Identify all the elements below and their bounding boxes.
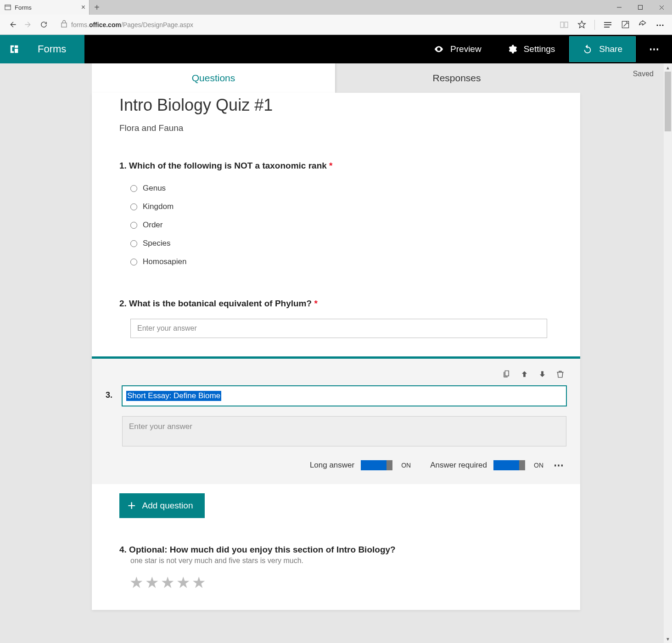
- browser-chrome: Forms × + forms.office.com/Pages/DesignP…: [0, 0, 672, 35]
- radio-icon: [130, 240, 137, 247]
- saved-status: Saved: [633, 70, 654, 78]
- address-bar: forms.office.com/Pages/DesignPage.aspx ⋯: [0, 15, 672, 35]
- settings-button[interactable]: Settings: [494, 35, 568, 63]
- star-icon[interactable]: ★: [176, 573, 190, 592]
- share-cycle-icon: [582, 44, 593, 54]
- forward-button[interactable]: [20, 17, 36, 33]
- radio-icon: [130, 185, 137, 192]
- reading-view-icon[interactable]: [557, 17, 571, 32]
- page-body: Saved Questions Responses Intro Biology …: [0, 63, 672, 643]
- question-4-subtitle: one star is not very much and five stars…: [130, 557, 553, 565]
- question-more-button[interactable]: ⋯: [554, 459, 565, 471]
- q1-option[interactable]: Genus: [119, 179, 553, 197]
- long-answer-toggle[interactable]: [361, 460, 386, 470]
- question-2-title: 2. What is the botanical equivalent of P…: [119, 299, 553, 309]
- gear-icon: [507, 44, 517, 54]
- svg-rect-3: [638, 6, 643, 10]
- tab-close-icon[interactable]: ×: [81, 3, 85, 11]
- new-tab-button[interactable]: +: [90, 0, 104, 15]
- url-text[interactable]: forms.office.com/Pages/DesignPage.aspx: [71, 21, 193, 28]
- preview-button[interactable]: Preview: [421, 35, 494, 63]
- form-description[interactable]: Flora and Fauna: [119, 123, 553, 133]
- q2-answer-input[interactable]: Enter your answer: [130, 319, 547, 338]
- app-launcher-icon[interactable]: [0, 35, 28, 63]
- q1-option[interactable]: Homosapien: [119, 253, 553, 271]
- rating-stars: ★ ★ ★ ★ ★: [129, 573, 553, 592]
- add-question-button[interactable]: + Add question: [119, 493, 205, 518]
- share-button[interactable]: Share: [569, 36, 636, 62]
- question-1[interactable]: 1. Which of the following is NOT a taxon…: [119, 161, 553, 271]
- form-canvas: Intro Biology Quiz #1 Flora and Fauna 1.…: [92, 93, 580, 610]
- favorite-icon[interactable]: [574, 17, 589, 32]
- question-4[interactable]: 4. Optional: How much did you enjoy this…: [119, 545, 553, 592]
- q1-option[interactable]: Order: [119, 216, 553, 234]
- move-up-button[interactable]: [520, 370, 529, 380]
- delete-question-button[interactable]: [556, 370, 565, 380]
- scroll-thumb[interactable]: [665, 72, 671, 131]
- tab-favicon-icon: [5, 4, 11, 11]
- tab-title: Forms: [15, 4, 32, 11]
- app-brand[interactable]: Forms: [28, 35, 84, 63]
- question-3-text-input[interactable]: Short Essay: Define Biome: [122, 386, 566, 406]
- svg-rect-0: [5, 5, 11, 10]
- close-window-button[interactable]: [651, 0, 672, 15]
- long-answer-label: Long answer: [310, 461, 354, 470]
- radio-icon: [130, 259, 137, 265]
- lock-icon: [61, 20, 67, 29]
- question-1-title: 1. Which of the following is NOT a taxon…: [119, 161, 553, 171]
- question-2[interactable]: 2. What is the botanical equivalent of P…: [119, 299, 553, 338]
- star-icon[interactable]: ★: [145, 573, 159, 592]
- window-controls: [609, 0, 672, 15]
- maximize-button[interactable]: [630, 0, 651, 15]
- browser-tab[interactable]: Forms ×: [0, 0, 90, 15]
- tab-responses[interactable]: Responses: [335, 63, 578, 93]
- plus-icon: +: [128, 498, 136, 513]
- header-more-button[interactable]: ⋯: [637, 35, 672, 63]
- required-toggle[interactable]: [493, 460, 519, 470]
- hub-icon[interactable]: [600, 17, 615, 32]
- share-page-icon[interactable]: [635, 17, 650, 32]
- back-button[interactable]: [5, 17, 20, 33]
- eye-icon: [434, 44, 444, 54]
- svg-rect-6: [62, 23, 67, 27]
- vertical-scrollbar[interactable]: ▲ ▼: [664, 63, 672, 643]
- question-3-answer-area[interactable]: Enter your answer: [122, 416, 566, 446]
- required-state: ON: [534, 462, 543, 469]
- question-4-title: 4. Optional: How much did you enjoy this…: [119, 545, 553, 555]
- question-3-editing: 3. Short Essay: Define Biome Enter your …: [92, 356, 580, 484]
- tab-strip: Questions Responses: [92, 63, 578, 93]
- long-answer-state: ON: [401, 462, 411, 469]
- form-title[interactable]: Intro Biology Quiz #1: [119, 96, 553, 115]
- webnote-icon[interactable]: [618, 17, 633, 32]
- radio-icon: [130, 203, 137, 210]
- star-icon[interactable]: ★: [129, 573, 143, 592]
- question-3-selected-text: Short Essay: Define Biome: [126, 391, 221, 401]
- copy-question-button[interactable]: [502, 370, 511, 380]
- question-3-number: 3.: [106, 386, 116, 400]
- scroll-down-icon[interactable]: ▼: [664, 635, 672, 643]
- star-icon[interactable]: ★: [192, 573, 206, 592]
- required-label: Answer required: [430, 461, 487, 470]
- move-down-button[interactable]: [538, 370, 547, 380]
- scroll-up-icon[interactable]: ▲: [664, 63, 672, 72]
- radio-icon: [130, 222, 137, 229]
- tab-bar: Forms × +: [0, 0, 672, 15]
- refresh-button[interactable]: [36, 17, 51, 33]
- q1-option[interactable]: Species: [119, 234, 553, 253]
- tab-questions[interactable]: Questions: [92, 63, 335, 93]
- app-header: Forms Preview Settings Share ⋯: [0, 35, 672, 63]
- minimize-button[interactable]: [609, 0, 630, 15]
- q1-option[interactable]: Kingdom: [119, 197, 553, 216]
- star-icon[interactable]: ★: [161, 573, 174, 592]
- more-icon[interactable]: ⋯: [653, 17, 667, 32]
